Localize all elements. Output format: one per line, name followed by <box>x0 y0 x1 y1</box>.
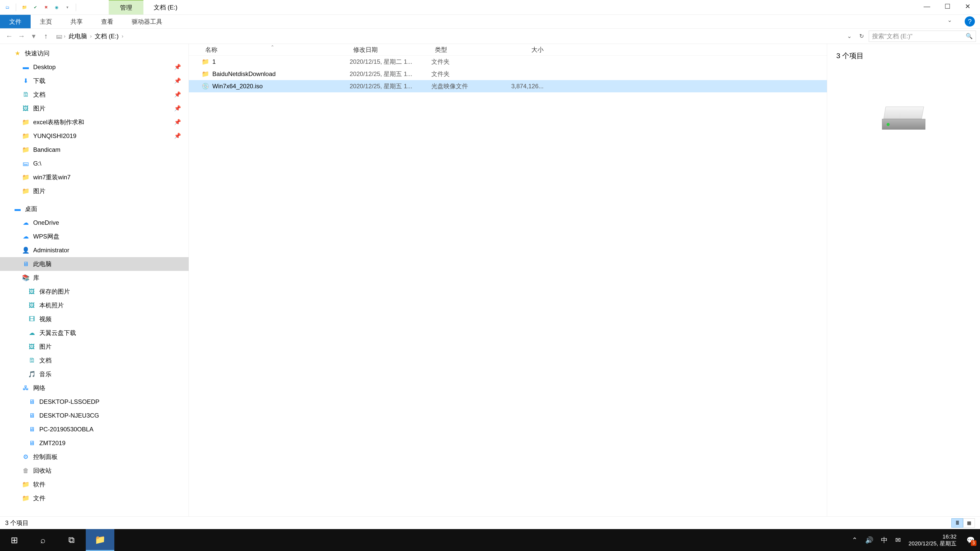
start-button[interactable]: ⊞ <box>0 529 29 551</box>
nav-onedrive[interactable]: ☁OneDrive <box>0 216 189 230</box>
search-button[interactable]: ⌕ <box>29 529 57 551</box>
clock[interactable]: 16:32 2020/12/25, 星期五 <box>908 533 956 547</box>
nav-saved-pics[interactable]: 🖼保存的图片 <box>0 285 189 299</box>
computer-icon: 🖥 <box>28 440 36 447</box>
column-name[interactable]: 名称 <box>202 46 350 54</box>
nav-pictures[interactable]: 🖼图片📌 <box>0 102 189 115</box>
nav-documents[interactable]: 🖺文档📌 <box>0 88 189 102</box>
taskbar[interactable]: ⊞ ⌕ ⧉ 📁 ⌃ 🔊 中 ✉ 16:32 2020/12/25, 星期五 💬 … <box>0 529 980 551</box>
pin-icon: 📌 <box>174 133 181 139</box>
breadcrumb[interactable]: 🖴 › 此电脑 › 文档 (E:) › <box>53 31 842 41</box>
nav-software[interactable]: 📁软件 <box>0 478 189 491</box>
file-row[interactable]: 📁1 2020/12/15, 星期二 1... 文件夹 <box>189 56 827 68</box>
nav-recycle[interactable]: 🗑回收站 <box>0 464 189 478</box>
maximize-button[interactable]: ☐ <box>937 0 958 13</box>
nav-network[interactable]: 🖧网络 <box>0 381 189 395</box>
chevron-down-icon[interactable]: ▾ <box>63 3 72 12</box>
close-button[interactable]: ✕ <box>958 0 978 13</box>
nav-pc1[interactable]: 🖥DESKTOP-LSSOEDP <box>0 395 189 409</box>
properties-icon[interactable]: ◉ <box>52 3 61 12</box>
nav-camera-roll[interactable]: 🖼本机照片 <box>0 299 189 312</box>
nav-desktop-cn[interactable]: ▬桌面 <box>0 202 189 216</box>
nav-pictures2[interactable]: 📁图片 <box>0 184 189 198</box>
view-icons-button[interactable]: ▦ <box>963 518 975 527</box>
nav-excel[interactable]: 📁excel表格制作求和📌 <box>0 115 189 129</box>
folder-icon[interactable]: 📁 <box>20 3 29 12</box>
iso-icon: 💿 <box>202 83 209 90</box>
crumb-this-pc[interactable]: 此电脑 <box>67 31 89 41</box>
history-dropdown-button[interactable]: ⌄ <box>844 31 854 41</box>
tab-share[interactable]: 共享 <box>61 15 92 28</box>
check-icon[interactable]: ✔ <box>31 3 40 12</box>
nav-bandicam[interactable]: 📁Bandicam <box>0 143 189 157</box>
column-type[interactable]: 类型 <box>431 46 500 54</box>
forward-button[interactable]: → <box>16 31 27 41</box>
column-headers[interactable]: ⌃ 名称 修改日期 类型 大小 <box>189 44 827 56</box>
nav-yunqishi[interactable]: 📁YUNQISHI2019📌 <box>0 129 189 143</box>
nav-pics3[interactable]: 🖼图片 <box>0 340 189 354</box>
column-size[interactable]: 大小 <box>500 46 544 54</box>
nav-music[interactable]: 🎵音乐 <box>0 367 189 381</box>
clock-time: 16:32 <box>908 533 956 540</box>
action-center-button[interactable]: 💬 3 <box>964 534 977 546</box>
file-row[interactable]: 💿Win7x64_2020.iso 2020/12/25, 星期五 1... 光… <box>189 80 827 92</box>
system-tray[interactable]: ⌃ 🔊 中 ✉ 16:32 2020/12/25, 星期五 💬 3 <box>852 533 980 547</box>
nav-tianyi[interactable]: ☁天翼云盘下载 <box>0 326 189 340</box>
recent-locations-button[interactable]: ▾ <box>29 31 39 41</box>
crumb-location[interactable]: 文档 (E:) <box>93 31 120 41</box>
nav-gdrive[interactable]: 🖴G:\ <box>0 157 189 170</box>
file-row[interactable]: 📁BaiduNetdiskDownload 2020/12/25, 星期五 1.… <box>189 68 827 80</box>
expand-ribbon-button[interactable]: ⌄ <box>947 17 952 24</box>
nav-video[interactable]: 🎞视频 <box>0 312 189 326</box>
chevron-right-icon[interactable]: › <box>90 33 92 39</box>
task-view-button[interactable]: ⧉ <box>57 529 86 551</box>
nav-control-panel[interactable]: ⚙控制面板 <box>0 450 189 464</box>
tab-drive-tools[interactable]: 驱动器工具 <box>123 15 172 28</box>
file-list[interactable]: ⌃ 名称 修改日期 类型 大小 📁1 2020/12/15, 星期二 1... … <box>189 44 827 516</box>
up-button[interactable]: ↑ <box>41 31 51 41</box>
nav-wps[interactable]: ☁WPS网盘 <box>0 230 189 243</box>
window-title: 文档 (E:) <box>143 0 188 14</box>
mail-icon[interactable]: ✉ <box>895 536 901 544</box>
nav-downloads[interactable]: ⬇下载📌 <box>0 74 189 88</box>
delete-icon[interactable]: ✖ <box>41 3 50 12</box>
nav-desktop[interactable]: ▬Desktop📌 <box>0 60 189 74</box>
library-icon: 📚 <box>22 274 30 281</box>
nav-quick-access[interactable]: ★快速访问 <box>0 46 189 60</box>
nav-pc2[interactable]: 🖥DESKTOP-NJEU3CG <box>0 409 189 422</box>
tray-chevron-up-icon[interactable]: ⌃ <box>852 536 858 544</box>
nav-this-pc[interactable]: 🖥此电脑 <box>0 257 189 271</box>
refresh-button[interactable]: ↻ <box>856 31 867 41</box>
minimize-button[interactable]: — <box>917 0 937 13</box>
ime-indicator[interactable]: 中 <box>881 536 888 545</box>
file-explorer-taskbar[interactable]: 📁 <box>86 529 115 551</box>
view-details-button[interactable]: ≣ <box>951 518 963 527</box>
nav-library[interactable]: 📚库 <box>0 271 189 285</box>
chevron-right-icon[interactable]: › <box>122 33 124 39</box>
volume-icon[interactable]: 🔊 <box>865 536 873 544</box>
nav-files[interactable]: 📁文件 <box>0 491 189 505</box>
search-input[interactable]: 搜索"文档 (E:)" 🔍 <box>869 30 976 42</box>
nav-docs2[interactable]: 🖺文档 <box>0 354 189 367</box>
navigation-pane[interactable]: ★快速访问 ▬Desktop📌 ⬇下载📌 🖺文档📌 🖼图片📌 📁excel表格制… <box>0 44 189 516</box>
nav-pc4[interactable]: 🖥ZMT2019 <box>0 436 189 450</box>
folder-icon: 📁 <box>22 187 30 195</box>
tab-file[interactable]: 文件 <box>0 15 30 28</box>
music-icon: 🎵 <box>28 371 36 378</box>
desktop-icon: ▬ <box>22 64 30 71</box>
tab-home[interactable]: 主页 <box>30 15 61 28</box>
search-icon[interactable]: 🔍 <box>966 33 973 40</box>
nav-pc3[interactable]: 🖥PC-20190530OBLA <box>0 422 189 436</box>
picture-icon: 🖼 <box>22 105 30 112</box>
context-tab-manage[interactable]: 管理 <box>109 0 143 14</box>
help-button[interactable]: ? <box>965 16 975 27</box>
chevron-right-icon[interactable]: › <box>64 33 65 39</box>
nav-win7[interactable]: 📁win7重装win7 <box>0 170 189 184</box>
nav-admin[interactable]: 👤Administrator <box>0 243 189 257</box>
column-date[interactable]: 修改日期 <box>350 46 431 54</box>
back-button[interactable]: ← <box>4 31 14 41</box>
tab-view[interactable]: 查看 <box>92 15 123 28</box>
picture-icon: 🖼 <box>28 302 36 309</box>
folder-icon: 📁 <box>22 174 30 181</box>
document-icon: 🖺 <box>22 91 30 98</box>
